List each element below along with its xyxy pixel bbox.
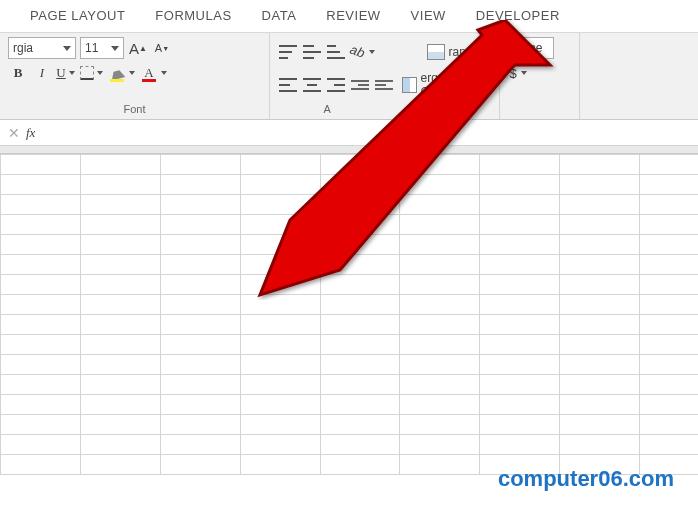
font-name-value: rgia bbox=[13, 41, 33, 55]
align-right-button[interactable] bbox=[326, 75, 346, 95]
decrease-indent-button[interactable] bbox=[350, 75, 370, 95]
group-font: rgia 11 A▲ A▼ B I U bbox=[0, 33, 270, 119]
wrap-text-label: rap Text bbox=[449, 45, 491, 59]
group-label-number bbox=[508, 103, 571, 117]
fill-color-swatch bbox=[110, 79, 124, 82]
grow-font-button[interactable]: A▲ bbox=[128, 38, 148, 58]
merge-center-button[interactable]: erge & Center bbox=[402, 71, 491, 99]
align-right-icon bbox=[327, 78, 345, 92]
orientation-button[interactable]: ab bbox=[350, 42, 376, 62]
watermark: computer06.com bbox=[498, 466, 674, 492]
borders-button[interactable] bbox=[80, 63, 104, 83]
separator-bar bbox=[0, 146, 698, 154]
spreadsheet-grid[interactable] bbox=[0, 154, 698, 475]
cell-grid[interactable] bbox=[0, 154, 698, 475]
merge-center-icon bbox=[402, 77, 417, 93]
currency-button[interactable]: $ bbox=[508, 63, 528, 83]
chevron-down-icon bbox=[111, 46, 119, 51]
tab-data[interactable]: DATA bbox=[262, 8, 297, 23]
font-color-swatch bbox=[142, 79, 156, 82]
align-bottom-icon bbox=[327, 45, 345, 59]
font-color-button[interactable]: A bbox=[140, 63, 168, 83]
number-format-combo[interactable]: Gene bbox=[508, 37, 554, 59]
increase-indent-icon bbox=[375, 80, 393, 90]
group-number: Gene $ bbox=[500, 33, 580, 119]
formula-bar: ✕ fx bbox=[0, 120, 698, 146]
fill-color-button[interactable] bbox=[108, 63, 136, 83]
ribbon: rgia 11 A▲ A▼ B I U bbox=[0, 32, 698, 120]
bold-button[interactable]: B bbox=[8, 63, 28, 83]
formula-input[interactable] bbox=[41, 120, 698, 145]
font-size-combo[interactable]: 11 bbox=[80, 37, 124, 59]
tab-view[interactable]: VIEW bbox=[411, 8, 446, 23]
number-format-value: Gene bbox=[513, 41, 542, 55]
font-name-combo[interactable]: rgia bbox=[8, 37, 76, 59]
decrease-indent-icon bbox=[351, 80, 369, 90]
align-bottom-button[interactable] bbox=[326, 42, 346, 62]
group-label-font: Font bbox=[8, 103, 261, 117]
increase-indent-button[interactable] bbox=[374, 75, 394, 95]
ribbon-tabs: PAGE LAYOUT FORMULAS DATA REVIEW VIEW DE… bbox=[0, 0, 698, 32]
align-top-button[interactable] bbox=[278, 42, 298, 62]
underline-button[interactable]: U bbox=[56, 63, 76, 83]
align-middle-icon bbox=[303, 45, 321, 59]
align-top-icon bbox=[279, 45, 297, 59]
tab-review[interactable]: REVIEW bbox=[326, 8, 380, 23]
wrap-text-button[interactable]: rap Text bbox=[427, 37, 491, 67]
merge-center-label: erge & Center bbox=[421, 71, 479, 99]
chevron-down-icon bbox=[483, 83, 491, 88]
group-alignment: ab rap Text bbox=[270, 33, 500, 119]
group-label-alignment: Ament bbox=[278, 103, 491, 117]
align-center-icon bbox=[303, 78, 321, 92]
align-center-button[interactable] bbox=[302, 75, 322, 95]
italic-button[interactable]: I bbox=[32, 63, 52, 83]
orientation-icon: ab bbox=[348, 42, 369, 63]
shrink-font-button[interactable]: A▼ bbox=[152, 38, 172, 58]
align-left-icon bbox=[279, 78, 297, 92]
border-icon bbox=[80, 66, 94, 80]
font-size-value: 11 bbox=[85, 41, 98, 55]
tab-page-layout[interactable]: PAGE LAYOUT bbox=[30, 8, 125, 23]
fx-icon[interactable]: fx bbox=[26, 125, 35, 141]
formula-cancel-icon[interactable]: ✕ bbox=[8, 125, 20, 141]
tab-developer[interactable]: DEVELOPER bbox=[476, 8, 560, 23]
align-middle-button[interactable] bbox=[302, 42, 322, 62]
tab-formulas[interactable]: FORMULAS bbox=[155, 8, 231, 23]
currency-icon: $ bbox=[509, 66, 516, 81]
wrap-text-icon bbox=[427, 44, 445, 60]
align-left-button[interactable] bbox=[278, 75, 298, 95]
chevron-down-icon bbox=[63, 46, 71, 51]
